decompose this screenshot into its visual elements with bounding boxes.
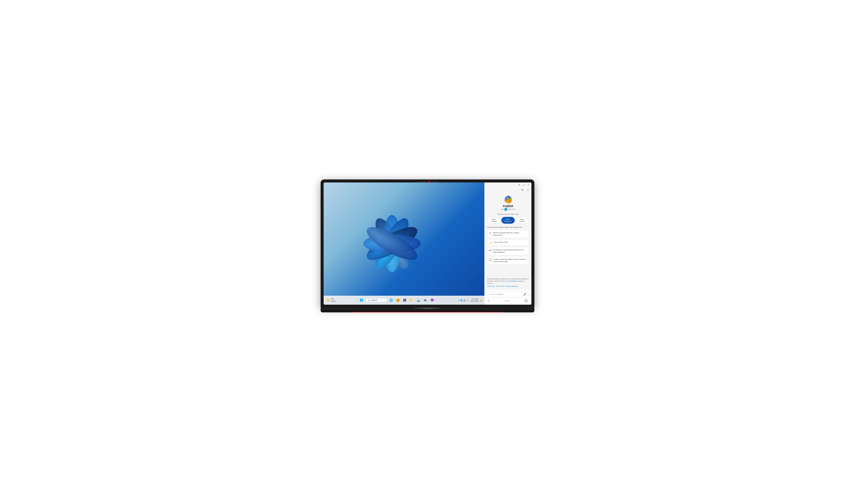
panel-toolbar: ⊕ 🕐 (485, 187, 531, 193)
svg-rect-14 (360, 300, 361, 302)
time-display: 11:11 AM (470, 298, 478, 300)
input-area: Ask me anything... 🎤 ↻ 0/4000 ➤ (485, 289, 531, 305)
balanced-style-button[interactable]: More Balanced (501, 217, 515, 224)
screen: ☀️ 78°F Sunny (324, 182, 531, 305)
terms-of-use-link[interactable]: Terms of use (496, 285, 505, 288)
suggestion-text-furniture: I'm looking for handmade furniture for m… (493, 249, 527, 253)
creative-label: More Creative (488, 218, 499, 222)
panel-menu-button[interactable]: ··· (513, 183, 516, 187)
taskbar-search[interactable]: 🔍 Search (366, 298, 387, 302)
input-footer: ↻ 0/4000 ➤ (487, 299, 529, 303)
char-count: 0/4000 (504, 300, 510, 302)
taskbar-icon-teams[interactable]: 💜 (429, 298, 435, 303)
copilot-logo-area: Copilot with b Bing Chat (487, 195, 529, 211)
suggestion-item-travel[interactable]: 🗓 Where do people travel for culinary ex… (487, 230, 529, 238)
style-buttons-group: More Creative More Balanced More Precise (487, 217, 529, 224)
condition: Sunny (331, 300, 336, 302)
weather-widget[interactable]: ☀️ 78°F Sunny (326, 298, 336, 302)
learn-more-link[interactable]: Learn more (487, 285, 495, 288)
precise-style-button[interactable]: More Precise (516, 217, 529, 224)
clock[interactable]: 11:11 AM 10/27/2023 (470, 298, 478, 302)
temperature: 78°F (331, 298, 336, 300)
weather-icon: ☀️ (326, 299, 330, 302)
suggestion-item-darkmode[interactable]: 🌙 Turn on dark mode (487, 239, 529, 246)
new-chat-icon[interactable]: ⊕ (520, 188, 524, 192)
disclaimer-links: Learn more Terms of use Privacy statemen… (487, 285, 529, 288)
svg-rect-13 (362, 299, 363, 300)
taskbar-right: ∧ 🌐 🔊 🔋 11:11 AM 10/27/2023 🔔 (458, 298, 482, 302)
history-icon[interactable]: 🕐 (526, 188, 530, 192)
style-section-label: Choose a conversation style (487, 213, 529, 215)
taskbar-left: ☀️ 78°F Sunny (326, 298, 336, 302)
send-feedback-link[interactable]: send feedback (507, 280, 517, 282)
svg-rect-12 (360, 299, 361, 300)
search-placeholder: Search (371, 299, 377, 301)
search-icon: 🔍 (368, 299, 370, 301)
furniture-icon: 🛋 (489, 249, 492, 251)
laptop-hinge (415, 308, 440, 309)
input-placeholder: Ask me anything... (489, 293, 504, 295)
laptop-container: ☀️ 78°F Sunny (321, 179, 534, 325)
laptop-lid: ☀️ 78°F Sunny (321, 179, 534, 308)
table-icon: 📋 (489, 258, 492, 261)
calendar-icon: 🗓 (489, 232, 492, 234)
volume-icon[interactable]: 🔊 (463, 299, 466, 302)
suggestion-item-furniture[interactable]: 🛋 I'm looking for handmade furniture for… (487, 247, 529, 255)
taskbar-icon-edge[interactable]: 🌊 (415, 298, 421, 303)
suggestions-title: Here are some things Copilot can help yo… (487, 226, 529, 228)
panel-titlebar: ··· ⧉ 🕐 ✕ (485, 182, 531, 187)
system-icons: ∧ 🌐 🔊 🔋 (458, 299, 469, 302)
disclaimer-section: Windows Copilot is powered by AI. Surpri… (485, 276, 531, 289)
chat-input-box[interactable]: Ask me anything... 🎤 (487, 291, 529, 298)
laptop-base (321, 308, 534, 312)
copilot-panel: ··· ⧉ 🕐 ✕ ⊕ 🕐 (484, 182, 531, 305)
suggestion-text-darkmode: Turn on dark mode (493, 241, 507, 244)
panel-history-button[interactable]: 🕐 (522, 183, 526, 187)
creative-style-button[interactable]: More Creative (487, 217, 500, 224)
weather-text: 78°F Sunny (331, 298, 336, 302)
refresh-icon[interactable]: ↻ (487, 299, 490, 302)
balanced-label: More Balanced (502, 218, 513, 222)
taskbar-icon-photos[interactable]: 🖼 (402, 298, 407, 303)
suggestion-text-meals: Create a table that helps me plan meals … (493, 258, 527, 263)
windows-bloom (332, 195, 452, 292)
start-button[interactable] (359, 298, 364, 303)
taskbar-icon-files[interactable]: 📁 (409, 298, 414, 303)
taskbar-center: 🔍 Search 🌐 🟠 🖼 📁 🌊 🛍 💜 (336, 298, 458, 303)
red-accent-line (353, 312, 502, 312)
notification-icon[interactable]: 🔔 (480, 299, 482, 301)
panel-close-button[interactable]: ✕ (527, 183, 530, 187)
input-actions-left: ↻ (487, 299, 490, 302)
taskbar-icon-browser[interactable]: 🟠 (395, 298, 400, 303)
copilot-subtitle: with b Bing Chat (501, 208, 515, 211)
copilot-logo (503, 195, 513, 204)
windows-logo-icon (360, 299, 363, 302)
up-arrow-icon[interactable]: ∧ (458, 299, 459, 302)
suggestion-item-meals[interactable]: 📋 Create a table that helps me plan meal… (487, 256, 529, 265)
moon-icon: 🌙 (489, 241, 492, 244)
send-button[interactable]: ➤ (524, 299, 529, 303)
mic-icon[interactable]: 🎤 (523, 293, 527, 296)
taskbar: ☀️ 78°F Sunny (324, 296, 484, 305)
taskbar-icon-store[interactable]: 🛍 (422, 298, 428, 303)
privacy-statement-link[interactable]: Privacy statement (506, 285, 518, 288)
bing-icon: b (504, 208, 507, 211)
panel-content: Copilot with b Bing Chat Choose a conver… (485, 193, 531, 276)
panel-copy-button[interactable]: ⧉ (517, 183, 521, 187)
taskbar-icon-widgets[interactable]: 🌐 (388, 298, 394, 303)
svg-rect-15 (362, 300, 363, 302)
date-display: 10/27/2023 (470, 300, 478, 302)
battery-icon[interactable]: 🔋 (466, 299, 469, 302)
desktop-wallpaper[interactable]: ☀️ 78°F Sunny (324, 182, 484, 305)
conversation-style-section: Choose a conversation style More Creativ… (487, 213, 529, 224)
precise-label: More Precise (517, 218, 528, 222)
network-icon[interactable]: 🌐 (460, 299, 463, 302)
suggestion-text-travel: Where do people travel for culinary expe… (493, 232, 527, 236)
copilot-title: Copilot (503, 204, 513, 208)
